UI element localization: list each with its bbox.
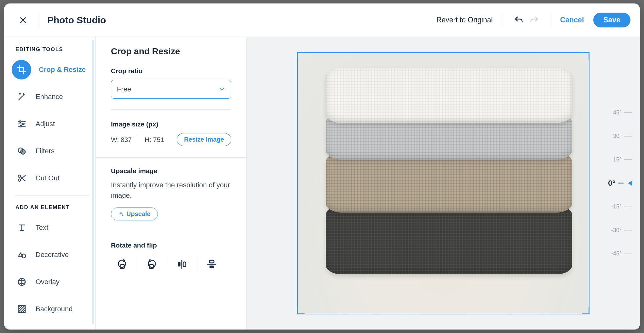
crop-icon: [12, 60, 31, 79]
sidebar-item-label: Overlay: [36, 278, 60, 286]
sidebar-item-background[interactable]: Background: [15, 299, 95, 319]
sidebar-item-label: Background: [36, 305, 72, 313]
rotation-tick: -30°: [598, 219, 632, 242]
revert-link[interactable]: Revert to Original: [436, 16, 493, 24]
crop-handle-br[interactable]: [582, 307, 589, 314]
text-icon: [15, 221, 28, 234]
flip-vertical-button[interactable]: [201, 255, 223, 273]
flip-vertical-icon: [206, 259, 217, 270]
svg-point-0: [20, 121, 21, 122]
crop-handle-bl[interactable]: [297, 307, 305, 314]
rotate-cw-icon: [117, 259, 127, 270]
save-button[interactable]: Save: [593, 13, 630, 27]
filters-icon: [15, 145, 28, 157]
sidebar-item-label: Cut Out: [36, 174, 60, 182]
image-width: W: 837: [111, 136, 132, 143]
rotate-flip-title: Rotate and flip: [111, 242, 231, 249]
flip-horizontal-button[interactable]: [171, 255, 193, 273]
sidebar-item-text[interactable]: Text: [15, 218, 95, 238]
shapes-icon: [15, 248, 28, 261]
image-size-label: Image size (px): [111, 120, 231, 128]
divider: [138, 135, 138, 145]
divider: [167, 258, 167, 271]
divider: [38, 13, 38, 27]
background-icon: [15, 303, 28, 315]
sidebar-item-label: Text: [36, 224, 48, 232]
divider: [551, 13, 551, 27]
adjust-icon: [15, 118, 28, 130]
crop-ratio-value: Free: [117, 85, 131, 93]
upscale-button[interactable]: Upscale: [111, 207, 158, 220]
header: Photo Studio Revert to Original Cancel S…: [4, 3, 640, 37]
chevron-down-icon: [218, 86, 225, 93]
sidebar-item-label: Filters: [36, 147, 55, 155]
image-height: H: 751: [145, 136, 164, 143]
undo-button[interactable]: [511, 12, 526, 28]
sidebar-item-adjust[interactable]: Adjust: [15, 114, 95, 134]
crop-frame[interactable]: [297, 52, 589, 314]
sidebar-item-overlay[interactable]: Overlay: [15, 272, 95, 292]
resize-image-button[interactable]: Resize Image: [177, 133, 231, 146]
body: EDITING TOOLS Crop & Resize Enhance Adju…: [4, 37, 640, 330]
photo-studio-modal: Photo Studio Revert to Original Cancel S…: [4, 3, 640, 330]
panel-title: Crop and Resize: [111, 46, 231, 56]
sidebar-item-label: Enhance: [36, 93, 63, 101]
rotation-tick: 45°: [598, 101, 632, 124]
rotation-tick: 30°: [598, 125, 632, 148]
rotation-scale[interactable]: 45° 30° 15° 0° -15° -30° -45°: [598, 101, 632, 265]
svg-point-2: [20, 126, 22, 127]
upscale-title: Upscale image: [111, 167, 231, 175]
undo-icon: [514, 15, 523, 25]
sidebar-item-cutout[interactable]: Cut Out: [15, 168, 95, 188]
rotate-ccw-icon: [147, 259, 157, 270]
sparkle-icon: [118, 211, 124, 217]
sidebar-separator: [15, 195, 89, 196]
rotation-tick: -15°: [598, 195, 632, 218]
sidebar-scrollbar[interactable]: [92, 40, 94, 324]
close-button[interactable]: [17, 14, 29, 26]
divider: [197, 258, 197, 271]
sidebar: EDITING TOOLS Crop & Resize Enhance Adju…: [4, 37, 95, 330]
svg-rect-14: [183, 262, 186, 266]
svg-point-4: [20, 149, 25, 154]
modal-title: Photo Studio: [47, 15, 106, 26]
sidebar-item-filters[interactable]: Filters: [15, 141, 95, 161]
svg-rect-13: [178, 262, 181, 266]
sidebar-item-crop-resize[interactable]: Crop & Resize: [15, 60, 95, 80]
rotate-cw-button[interactable]: [111, 255, 133, 273]
crop-ratio-select[interactable]: Free: [111, 80, 231, 99]
upscale-desc: Instantly improve the resolution of your…: [111, 180, 231, 201]
sidebar-item-decorative[interactable]: Decorative: [15, 245, 95, 265]
svg-rect-15: [210, 260, 214, 263]
overlay-icon: [15, 276, 28, 288]
flip-horizontal-icon: [176, 259, 187, 270]
crop-handle-tl[interactable]: [297, 52, 305, 60]
sidebar-item-label: Crop & Resize: [39, 66, 86, 74]
sidebar-section-tools: EDITING TOOLS: [15, 46, 95, 53]
redo-button: [526, 12, 542, 28]
rotation-tick: -45°: [598, 242, 632, 265]
sidebar-item-label: Decorative: [36, 251, 69, 259]
crop-handle-tr[interactable]: [582, 52, 589, 60]
svg-point-1: [23, 123, 24, 125]
redo-icon: [530, 15, 539, 25]
sidebar-item-enhance[interactable]: Enhance: [15, 87, 95, 107]
divider: [502, 13, 502, 27]
upscale-button-label: Upscale: [126, 210, 151, 218]
cancel-button[interactable]: Cancel: [560, 16, 584, 24]
sidebar-section-add: ADD AN ELEMENT: [15, 204, 95, 211]
divider: [111, 109, 231, 110]
rotation-indicator-icon: [628, 180, 632, 186]
canvas-area: 45° 30° 15° 0° -15° -30° -45°: [247, 37, 640, 330]
svg-rect-16: [210, 266, 214, 268]
settings-panel: Crop and Resize Crop ratio Free Image si…: [95, 37, 247, 330]
scissors-icon: [15, 172, 28, 184]
close-icon: [19, 16, 27, 24]
rotation-tick: 15°: [598, 148, 632, 171]
sidebar-item-label: Adjust: [36, 120, 55, 128]
enhance-icon: [15, 91, 28, 103]
crop-ratio-label: Crop ratio: [111, 67, 231, 75]
image-preview: [309, 63, 583, 293]
rotate-ccw-button[interactable]: [141, 255, 163, 273]
rotation-current[interactable]: 0°: [598, 172, 632, 195]
